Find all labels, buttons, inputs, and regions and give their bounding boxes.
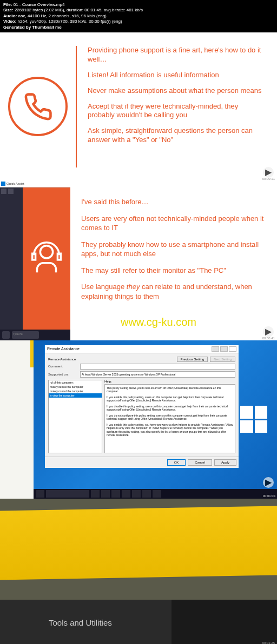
tool-icon[interactable] (1, 189, 6, 194)
size-label: Size: (3, 8, 14, 12)
quick-assist-label: Quick Assist (6, 182, 24, 185)
cancel-button[interactable]: Cancel (188, 459, 212, 466)
taskbar-icon[interactable] (153, 490, 161, 498)
help-paragraph: If you enable this policy setting, users… (107, 395, 233, 403)
policy-dialog: Remote Assistance Remote Assistance Prev… (44, 345, 239, 468)
slide-title: Tools and Utilities (49, 618, 112, 627)
close-button[interactable] (229, 346, 236, 352)
tool-icon[interactable] (8, 189, 14, 194)
start-button[interactable] (36, 490, 44, 498)
tip-text: Accept that if they were technically-min… (88, 102, 266, 120)
quick-assist-bar: Quick Assist (0, 181, 70, 187)
tip-text: I've said this before… (81, 197, 266, 207)
dialog-titlebar: Remote Assistance (45, 345, 239, 353)
timestamp: 00:01:04 (263, 494, 275, 498)
timestamp: 00:00:41 (262, 337, 275, 340)
person-headset-icon (28, 239, 65, 277)
next-setting-button[interactable]: Next Setting (210, 357, 235, 362)
svg-point-0 (40, 246, 52, 258)
slide-phone-tips: Providing phone support is a fine art, h… (0, 32, 277, 181)
dialog-title-text: Remote Assistance (47, 347, 80, 351)
play-icon: ▶ (263, 477, 274, 488)
minimize-button[interactable] (212, 346, 219, 352)
slide-user-language: Quick Assist Type he I've said this befo… (0, 181, 277, 340)
taskbar: Type he (0, 330, 70, 340)
supported-value: At least Windows Server 2003 operating s… (80, 371, 235, 378)
taskbar-icon[interactable] (111, 490, 120, 498)
comment-input[interactable] (80, 364, 235, 370)
help-label: Help: (104, 380, 235, 383)
windows-logo-icon (240, 406, 267, 433)
taskbar-icon[interactable] (101, 490, 110, 498)
tip-text: Use language they can relate to and unde… (81, 282, 266, 301)
slide-remote-assistance: Remote Assistance Remote Assistance Prev… (0, 340, 277, 499)
option-item[interactable]: motely control the computer (49, 389, 102, 393)
dark-footer-right (172, 600, 277, 644)
tip-text: Providing phone support is a fine art, h… (88, 46, 266, 64)
metadata-header: File: 01 - Course Overview.mp4 Size: 226… (0, 0, 277, 32)
phone-icon (8, 77, 68, 136)
help-paragraph: This policy setting allows you to turn o… (107, 386, 233, 393)
help-paragraph: If you do not configure this policy sett… (107, 414, 233, 421)
watermark: www.cg-ku.com (121, 316, 196, 328)
taskbar (34, 489, 277, 499)
audio-label: Audio: (3, 14, 17, 18)
taskbar-icon[interactable] (122, 490, 130, 498)
help-text-box: This policy setting allows you to turn o… (104, 384, 235, 453)
audio-value: aac, 44100 Hz, 2 channels, s16, 96 kb/s … (18, 14, 107, 18)
timestamp: 00:01:25 (262, 641, 275, 644)
search-box[interactable] (46, 490, 89, 498)
options-pane: rol of this computer: motely control the… (48, 380, 102, 453)
slide-bg-left (0, 340, 34, 499)
help-paragraph: If you disable this policy setting, user… (107, 405, 233, 412)
slide-tools-utilities: Tools and Utilities 00:01:25 (0, 499, 277, 644)
option-item-selected[interactable]: ly view the computer (49, 393, 102, 398)
yellow-banner (0, 506, 277, 580)
taskbar-icon[interactable] (132, 490, 141, 498)
taskbar-icon[interactable] (91, 490, 100, 498)
size-value: 2269102 bytes (2.02 MiB), duration: 00:0… (15, 8, 143, 12)
tip-text: The may still refer to their monitor as … (81, 266, 266, 276)
app-sidebar (0, 187, 23, 330)
timestamp: 00:00:11 (262, 177, 275, 180)
option-item[interactable]: rol of this computer: (49, 380, 102, 385)
taskbar-icon[interactable] (142, 490, 151, 498)
setting-name: Remote Assistance (48, 358, 76, 361)
tip-text: Never make assumptions about what the pe… (88, 86, 266, 96)
video-label: Video: (3, 19, 16, 24)
tip-text: They probably know how to use a smartpho… (81, 240, 266, 259)
play-icon: ▶ (263, 167, 274, 178)
comment-label: Comment: (48, 365, 78, 368)
help-paragraph: If you enable this policy setting, you h… (107, 423, 233, 437)
search-box[interactable]: Type he (12, 331, 39, 339)
play-icon: ▶ (263, 326, 274, 337)
option-item[interactable]: motely control the computer (49, 385, 102, 389)
file-label: File: (3, 2, 12, 7)
previous-setting-button[interactable]: Previous Setting (177, 357, 208, 362)
ok-button[interactable]: OK (167, 459, 186, 466)
maximize-button[interactable] (220, 346, 228, 352)
tip-text: Listen! All information is useful inform… (88, 71, 266, 80)
apply-button[interactable]: Apply (214, 459, 236, 466)
start-button[interactable] (2, 331, 10, 339)
supported-label: Supported on: (48, 373, 78, 376)
generated-by: Generated by Thumbnail me (3, 25, 274, 30)
video-value: h264, yuv420p, 1280x720, 380 kb/s, 30.00… (18, 19, 122, 24)
tip-text: Users are very often not technically-min… (81, 214, 266, 233)
quick-assist-icon (1, 182, 5, 186)
file-value: 01 - Course Overview.mp4 (14, 2, 65, 7)
dark-footer: Tools and Utilities (0, 600, 172, 644)
tip-text: Ask simple, straightforward questions th… (88, 126, 266, 145)
